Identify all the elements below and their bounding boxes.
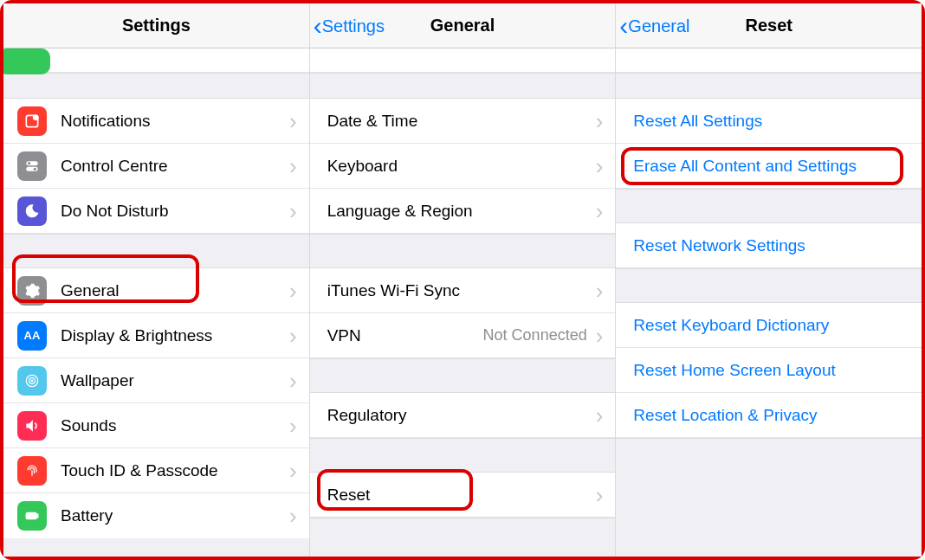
row-label: iTunes Wi-Fi Sync [327,281,596,300]
row-reset-network[interactable]: Reset Network Settings [616,223,922,268]
chevron-right-icon: › [596,325,604,347]
chevron-right-icon: › [596,404,604,427]
row-language-region[interactable]: Language & Region › [310,189,616,234]
panel-general: ‹ Settings General Date & Time › Keyboar… [310,3,617,557]
chevron-right-icon: › [596,200,604,222]
row-vpn[interactable]: VPN Not Connected › [310,313,616,358]
chevron-right-icon: › [289,110,297,132]
svg-point-5 [34,167,36,170]
row-label: Reset Location & Privacy [633,406,909,425]
row-wallpaper[interactable]: Wallpaper › [3,358,309,403]
row-label: Reset Network Settings [633,236,909,255]
row-detail: Not Connected [483,326,587,344]
row-date-time[interactable]: Date & Time › [310,99,616,144]
navbar-settings: Settings [3,3,309,48]
row-label: Reset All Settings [633,112,909,131]
row-label: Wallpaper [61,371,289,390]
chevron-right-icon: › [596,155,604,177]
back-button[interactable]: ‹ General [619,3,689,48]
row-label: Touch ID & Passcode [61,461,289,480]
chevron-right-icon: › [289,415,297,437]
row-label: Erase All Content and Settings [633,157,909,176]
row-label: Battery [61,506,289,525]
sounds-icon [17,411,47,441]
row-label: Reset [327,486,596,505]
fingerprint-icon [17,456,47,486]
panel-reset: ‹ General Reset Reset All Settings Erase… [616,3,922,557]
chevron-right-icon: › [289,370,297,392]
svg-rect-10 [36,514,38,517]
chevron-right-icon: › [596,280,604,302]
row-do-not-disturb[interactable]: Do Not Disturb › [3,189,309,234]
control-centre-icon [17,151,47,181]
row-label: Reset Home Screen Layout [633,361,909,380]
row-erase-all[interactable]: Erase All Content and Settings [616,144,922,189]
chevron-right-icon: › [289,200,297,222]
screenshot-container: Settings Notifications › Control Centre … [0,0,925,560]
navbar-reset: ‹ General Reset [616,3,922,48]
back-label: Settings [322,16,385,36]
row-label: Date & Time [327,112,596,131]
row-reset-keyboard-dict[interactable]: Reset Keyboard Dictionary [616,303,922,348]
navbar-general: ‹ Settings General [310,3,616,48]
nav-title: Settings [122,16,191,35]
row-reset-all-settings[interactable]: Reset All Settings [616,99,922,144]
display-icon: AA [17,321,47,351]
row-label: Language & Region [327,202,596,221]
chevron-right-icon: › [289,280,297,302]
row-reset-home-screen[interactable]: Reset Home Screen Layout [616,348,922,393]
row-touch-id[interactable]: Touch ID & Passcode › [3,448,309,493]
svg-rect-9 [26,513,36,519]
svg-point-1 [34,115,38,119]
back-button[interactable]: ‹ Settings [314,3,385,48]
row-reset-location-privacy[interactable]: Reset Location & Privacy [616,393,922,438]
row-label: Control Centre [61,157,289,176]
nav-title: Reset [745,16,792,35]
svg-point-8 [31,380,33,382]
battery-icon [17,501,47,531]
row-label: Sounds [61,416,289,435]
svg-point-4 [28,162,30,164]
row-reset[interactable]: Reset › [310,473,616,518]
row-itunes-wifi-sync[interactable]: iTunes Wi-Fi Sync › [310,268,616,313]
row-battery[interactable]: Battery › [3,493,309,538]
chevron-right-icon: › [289,505,297,527]
nav-title: General [430,16,495,35]
row-keyboard[interactable]: Keyboard › [310,144,616,189]
row-label: Notifications [61,112,289,131]
row-label: VPN [327,326,483,345]
row-label: General [61,281,289,300]
row-label: Reset Keyboard Dictionary [633,316,909,335]
row-label: Display & Brightness [61,326,289,345]
notifications-icon [17,106,47,136]
panel-settings: Settings Notifications › Control Centre … [3,3,310,557]
gear-icon [17,276,47,306]
chevron-right-icon: › [289,325,297,347]
row-label: Keyboard [327,157,596,176]
row-regulatory[interactable]: Regulatory › [310,393,616,438]
row-display-brightness[interactable]: AA Display & Brightness › [3,313,309,358]
chevron-right-icon: › [596,110,604,132]
row-control-centre[interactable]: Control Centre › [3,144,309,189]
chevron-left-icon: ‹ [314,13,322,39]
row-sounds[interactable]: Sounds › [3,403,309,448]
back-label: General [628,16,689,36]
row-label: Do Not Disturb [61,202,289,221]
chevron-right-icon: › [596,484,604,506]
row-general[interactable]: General › [3,268,309,313]
row-peek-icon [3,48,50,74]
row-notifications[interactable]: Notifications › [3,99,309,144]
wallpaper-icon [17,366,47,396]
chevron-right-icon: › [289,460,297,482]
moon-icon [17,196,47,226]
row-label: Regulatory [327,406,596,425]
chevron-right-icon: › [289,155,297,177]
chevron-left-icon: ‹ [619,13,628,39]
